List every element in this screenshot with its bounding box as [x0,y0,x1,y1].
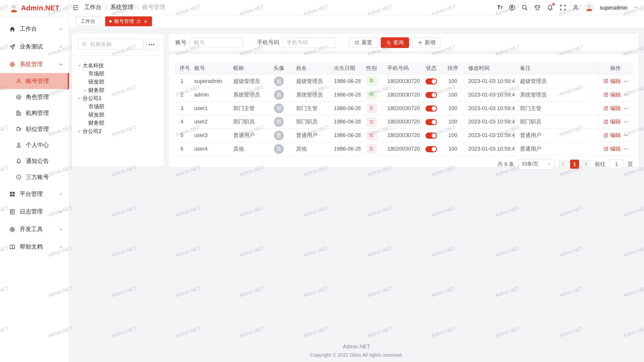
query-button[interactable]: 查询 [381,37,409,48]
tree-node[interactable]: 分公司2 [76,127,160,135]
column-header-remark: 备注 [515,62,598,74]
status-toggle[interactable] [425,92,437,98]
phone-input[interactable] [283,37,336,48]
search-icon[interactable] [521,4,528,11]
sidebar-item-position-management[interactable]: 职位管理 [0,121,69,137]
account-label: 账号 [175,39,186,46]
toggle-knob [432,79,436,83]
page-size-select[interactable]: 10条/页 [518,159,554,169]
more-actions-icon[interactable] [623,78,628,84]
chevron-down-icon [58,26,63,31]
tree-node[interactable]: 财务部 [76,119,160,127]
cell-name: 超级管理员 [291,74,329,88]
breadcrumb: 工作台 / 系统管理 / 账号管理 [84,4,165,11]
cell-status [420,142,442,156]
cell-remark: 系统管理员 [515,88,598,101]
refresh-icon[interactable] [136,19,141,24]
sidebar-item-personal-center[interactable]: 个人中心 [0,137,69,153]
sidebar-item-third-party-account[interactable]: 三方账号 [0,169,69,185]
sidebar-item-notice-announcement[interactable]: 通知公告 [0,153,69,169]
user-outline-icon[interactable] [572,4,579,11]
tree-node[interactable]: 财务部 [76,86,160,95]
edit-button[interactable]: 编辑 [603,105,621,112]
cell-nickname: 普通用户 [228,128,267,142]
search-icon [386,40,391,45]
sidebar-item-label: 工作台 [20,25,58,32]
notification-icon[interactable] [547,4,554,11]
sidebar-item-business-test[interactable]: 业务测试 [0,38,69,55]
user-avatar[interactable] [585,3,594,12]
more-actions-icon[interactable] [623,132,628,138]
sidebar-item-platform-management[interactable]: 平台管理 [0,185,69,203]
caret-down-icon[interactable] [76,62,83,69]
collapse-menu-icon[interactable] [72,4,79,11]
close-icon[interactable] [143,19,148,24]
edit-button[interactable]: 编辑 [603,118,621,125]
sidebar-item-log-management[interactable]: 日志管理 [0,203,69,220]
page-footer: Admin.NET Copyright © 2022 Dilon All rig… [69,344,644,358]
tree-node[interactable]: 市场部 [76,103,160,111]
cell-index: 5 [175,128,189,142]
sidebar-item-org-management[interactable]: 机构管理 [0,105,69,121]
cell-index: 3 [175,101,189,115]
sidebar-item-label: 系统管理 [20,61,58,68]
more-actions-button[interactable]: ••• [146,38,158,50]
sidebar-item-role-management[interactable]: 角色管理 [0,89,69,105]
tree-node[interactable]: 市场部 [76,70,160,78]
column-header-avatar: 头像 [267,62,291,74]
caret-right-icon[interactable] [76,128,83,134]
sidebar-item-system-management[interactable]: 系统管理 [0,55,69,73]
edit-button[interactable]: 编辑 [603,145,621,152]
role-icon [16,94,22,100]
edit-button[interactable]: 编辑 [603,131,621,139]
fullscreen-icon[interactable] [559,4,567,11]
sidebar-item-dev-tools[interactable]: 开发工具 [0,220,69,238]
next-page-button[interactable] [582,159,591,168]
cell-sort: 100 [442,101,463,115]
status-toggle[interactable] [425,119,437,125]
org-name-input[interactable] [90,41,140,48]
edit-button[interactable]: 编辑 [603,77,621,85]
language-icon[interactable] [508,4,515,11]
home-icon [9,26,16,32]
more-actions-icon[interactable] [623,92,628,98]
active-dot-icon [109,20,112,23]
font-size-icon[interactable]: TT [497,4,503,11]
status-toggle[interactable] [425,105,437,111]
tab-account-management[interactable]: 账号管理 [105,16,152,26]
tab-workbench[interactable]: 工作台 [75,16,100,26]
table-body: 1superadmin超级管理员超超级管理员1986-06-28男1802003… [175,74,633,156]
cell-phone: 18020030720 [382,74,420,88]
status-toggle[interactable] [425,146,437,152]
sidebar-item-account-management[interactable]: 账号管理 [0,73,69,89]
edit-button[interactable]: 编辑 [603,91,621,98]
cell-status [420,101,442,115]
add-button[interactable]: 新增 [412,37,441,48]
prev-page-button[interactable] [558,159,568,168]
tree-node[interactable]: 研发部 [76,78,160,86]
sidebar-item-help-docs[interactable]: 帮助文档 [0,238,69,256]
reset-button[interactable]: 重置 [349,37,378,48]
more-actions-icon[interactable] [623,105,628,111]
status-toggle[interactable] [425,132,437,139]
sidebar-item-workbench[interactable]: 工作台 [0,20,69,38]
sidebar: Admin.NET 工作台业务测试系统管理账号管理角色管理机构管理职位管理个人中… [0,0,69,362]
current-page[interactable]: 1 [570,159,579,168]
tree-node[interactable]: 大名科技 [76,62,160,70]
breadcrumb-workbench[interactable]: 工作台 [84,4,102,11]
chevron-down-icon[interactable] [633,5,638,10]
cell-name: 其他 [291,142,329,156]
account-input[interactable] [190,37,243,48]
username[interactable]: superadmin [600,4,628,10]
theme-icon[interactable] [534,4,541,11]
breadcrumb-system-management[interactable]: 系统管理 [110,4,133,11]
tree-node[interactable]: 分公司1 [76,95,160,103]
caret-right-icon[interactable] [82,87,88,94]
more-actions-icon[interactable] [623,146,628,152]
goto-page-input[interactable] [610,159,624,169]
status-toggle[interactable] [425,78,437,84]
more-actions-icon[interactable] [623,119,628,125]
edit-icon [603,78,609,84]
caret-down-icon[interactable] [76,95,83,102]
tree-node[interactable]: 研发部 [76,111,160,119]
